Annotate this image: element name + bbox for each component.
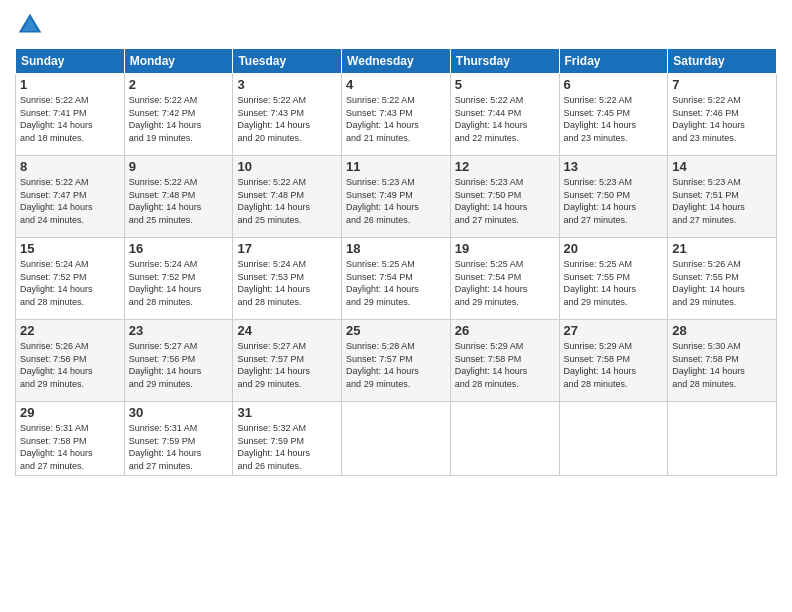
- calendar-cell: 31 Sunrise: 5:32 AM Sunset: 7:59 PM Dayl…: [233, 402, 342, 476]
- col-header-friday: Friday: [559, 49, 668, 74]
- day-number: 13: [564, 159, 664, 174]
- calendar-cell: 2 Sunrise: 5:22 AM Sunset: 7:42 PM Dayli…: [124, 74, 233, 156]
- day-number: 30: [129, 405, 229, 420]
- col-header-monday: Monday: [124, 49, 233, 74]
- day-number: 9: [129, 159, 229, 174]
- day-number: 26: [455, 323, 555, 338]
- day-number: 23: [129, 323, 229, 338]
- day-info: Sunrise: 5:22 AM Sunset: 7:46 PM Dayligh…: [672, 94, 772, 144]
- calendar-cell: 16 Sunrise: 5:24 AM Sunset: 7:52 PM Dayl…: [124, 238, 233, 320]
- day-info: Sunrise: 5:32 AM Sunset: 7:59 PM Dayligh…: [237, 422, 337, 472]
- day-number: 31: [237, 405, 337, 420]
- day-info: Sunrise: 5:24 AM Sunset: 7:52 PM Dayligh…: [20, 258, 120, 308]
- day-info: Sunrise: 5:22 AM Sunset: 7:43 PM Dayligh…: [346, 94, 446, 144]
- day-number: 4: [346, 77, 446, 92]
- page: SundayMondayTuesdayWednesdayThursdayFrid…: [0, 0, 792, 612]
- day-number: 2: [129, 77, 229, 92]
- calendar-cell: 29 Sunrise: 5:31 AM Sunset: 7:58 PM Dayl…: [16, 402, 125, 476]
- day-number: 20: [564, 241, 664, 256]
- calendar-cell: [450, 402, 559, 476]
- day-info: Sunrise: 5:24 AM Sunset: 7:52 PM Dayligh…: [129, 258, 229, 308]
- calendar-cell: 23 Sunrise: 5:27 AM Sunset: 7:56 PM Dayl…: [124, 320, 233, 402]
- week-row-0: 1 Sunrise: 5:22 AM Sunset: 7:41 PM Dayli…: [16, 74, 777, 156]
- day-info: Sunrise: 5:27 AM Sunset: 7:57 PM Dayligh…: [237, 340, 337, 390]
- week-row-1: 8 Sunrise: 5:22 AM Sunset: 7:47 PM Dayli…: [16, 156, 777, 238]
- calendar-cell: 7 Sunrise: 5:22 AM Sunset: 7:46 PM Dayli…: [668, 74, 777, 156]
- calendar-cell: [559, 402, 668, 476]
- col-header-sunday: Sunday: [16, 49, 125, 74]
- day-info: Sunrise: 5:23 AM Sunset: 7:49 PM Dayligh…: [346, 176, 446, 226]
- day-number: 22: [20, 323, 120, 338]
- day-info: Sunrise: 5:22 AM Sunset: 7:48 PM Dayligh…: [129, 176, 229, 226]
- calendar-cell: 25 Sunrise: 5:28 AM Sunset: 7:57 PM Dayl…: [342, 320, 451, 402]
- calendar-cell: 17 Sunrise: 5:24 AM Sunset: 7:53 PM Dayl…: [233, 238, 342, 320]
- logo-icon: [15, 10, 45, 40]
- header-row: SundayMondayTuesdayWednesdayThursdayFrid…: [16, 49, 777, 74]
- calendar-cell: [342, 402, 451, 476]
- calendar-cell: 18 Sunrise: 5:25 AM Sunset: 7:54 PM Dayl…: [342, 238, 451, 320]
- day-info: Sunrise: 5:22 AM Sunset: 7:45 PM Dayligh…: [564, 94, 664, 144]
- calendar-cell: 8 Sunrise: 5:22 AM Sunset: 7:47 PM Dayli…: [16, 156, 125, 238]
- col-header-tuesday: Tuesday: [233, 49, 342, 74]
- day-number: 14: [672, 159, 772, 174]
- calendar-cell: 3 Sunrise: 5:22 AM Sunset: 7:43 PM Dayli…: [233, 74, 342, 156]
- day-info: Sunrise: 5:22 AM Sunset: 7:48 PM Dayligh…: [237, 176, 337, 226]
- day-info: Sunrise: 5:22 AM Sunset: 7:41 PM Dayligh…: [20, 94, 120, 144]
- calendar-table: SundayMondayTuesdayWednesdayThursdayFrid…: [15, 48, 777, 476]
- day-info: Sunrise: 5:25 AM Sunset: 7:54 PM Dayligh…: [346, 258, 446, 308]
- calendar-cell: 14 Sunrise: 5:23 AM Sunset: 7:51 PM Dayl…: [668, 156, 777, 238]
- day-number: 12: [455, 159, 555, 174]
- day-number: 19: [455, 241, 555, 256]
- day-info: Sunrise: 5:22 AM Sunset: 7:47 PM Dayligh…: [20, 176, 120, 226]
- day-info: Sunrise: 5:22 AM Sunset: 7:42 PM Dayligh…: [129, 94, 229, 144]
- calendar-cell: 6 Sunrise: 5:22 AM Sunset: 7:45 PM Dayli…: [559, 74, 668, 156]
- day-info: Sunrise: 5:25 AM Sunset: 7:54 PM Dayligh…: [455, 258, 555, 308]
- calendar-cell: 21 Sunrise: 5:26 AM Sunset: 7:55 PM Dayl…: [668, 238, 777, 320]
- day-number: 27: [564, 323, 664, 338]
- calendar-cell: 4 Sunrise: 5:22 AM Sunset: 7:43 PM Dayli…: [342, 74, 451, 156]
- logo: [15, 10, 49, 40]
- week-row-4: 29 Sunrise: 5:31 AM Sunset: 7:58 PM Dayl…: [16, 402, 777, 476]
- day-info: Sunrise: 5:23 AM Sunset: 7:50 PM Dayligh…: [455, 176, 555, 226]
- calendar-cell: 27 Sunrise: 5:29 AM Sunset: 7:58 PM Dayl…: [559, 320, 668, 402]
- calendar-cell: 9 Sunrise: 5:22 AM Sunset: 7:48 PM Dayli…: [124, 156, 233, 238]
- day-number: 5: [455, 77, 555, 92]
- day-number: 6: [564, 77, 664, 92]
- calendar-cell: 26 Sunrise: 5:29 AM Sunset: 7:58 PM Dayl…: [450, 320, 559, 402]
- calendar-cell: [668, 402, 777, 476]
- col-header-thursday: Thursday: [450, 49, 559, 74]
- calendar-cell: 30 Sunrise: 5:31 AM Sunset: 7:59 PM Dayl…: [124, 402, 233, 476]
- day-info: Sunrise: 5:25 AM Sunset: 7:55 PM Dayligh…: [564, 258, 664, 308]
- day-info: Sunrise: 5:26 AM Sunset: 7:55 PM Dayligh…: [672, 258, 772, 308]
- col-header-wednesday: Wednesday: [342, 49, 451, 74]
- calendar-cell: 28 Sunrise: 5:30 AM Sunset: 7:58 PM Dayl…: [668, 320, 777, 402]
- day-info: Sunrise: 5:29 AM Sunset: 7:58 PM Dayligh…: [564, 340, 664, 390]
- day-number: 18: [346, 241, 446, 256]
- day-info: Sunrise: 5:29 AM Sunset: 7:58 PM Dayligh…: [455, 340, 555, 390]
- header: [15, 10, 777, 40]
- col-header-saturday: Saturday: [668, 49, 777, 74]
- week-row-2: 15 Sunrise: 5:24 AM Sunset: 7:52 PM Dayl…: [16, 238, 777, 320]
- day-info: Sunrise: 5:27 AM Sunset: 7:56 PM Dayligh…: [129, 340, 229, 390]
- day-number: 3: [237, 77, 337, 92]
- day-info: Sunrise: 5:26 AM Sunset: 7:56 PM Dayligh…: [20, 340, 120, 390]
- calendar-cell: 11 Sunrise: 5:23 AM Sunset: 7:49 PM Dayl…: [342, 156, 451, 238]
- calendar-cell: 1 Sunrise: 5:22 AM Sunset: 7:41 PM Dayli…: [16, 74, 125, 156]
- calendar-cell: 19 Sunrise: 5:25 AM Sunset: 7:54 PM Dayl…: [450, 238, 559, 320]
- day-number: 15: [20, 241, 120, 256]
- day-info: Sunrise: 5:22 AM Sunset: 7:44 PM Dayligh…: [455, 94, 555, 144]
- calendar-cell: 10 Sunrise: 5:22 AM Sunset: 7:48 PM Dayl…: [233, 156, 342, 238]
- day-info: Sunrise: 5:28 AM Sunset: 7:57 PM Dayligh…: [346, 340, 446, 390]
- day-number: 25: [346, 323, 446, 338]
- day-number: 24: [237, 323, 337, 338]
- day-number: 7: [672, 77, 772, 92]
- day-info: Sunrise: 5:30 AM Sunset: 7:58 PM Dayligh…: [672, 340, 772, 390]
- day-number: 28: [672, 323, 772, 338]
- day-info: Sunrise: 5:24 AM Sunset: 7:53 PM Dayligh…: [237, 258, 337, 308]
- day-number: 29: [20, 405, 120, 420]
- day-info: Sunrise: 5:31 AM Sunset: 7:59 PM Dayligh…: [129, 422, 229, 472]
- week-row-3: 22 Sunrise: 5:26 AM Sunset: 7:56 PM Dayl…: [16, 320, 777, 402]
- day-number: 21: [672, 241, 772, 256]
- calendar-cell: 20 Sunrise: 5:25 AM Sunset: 7:55 PM Dayl…: [559, 238, 668, 320]
- day-number: 8: [20, 159, 120, 174]
